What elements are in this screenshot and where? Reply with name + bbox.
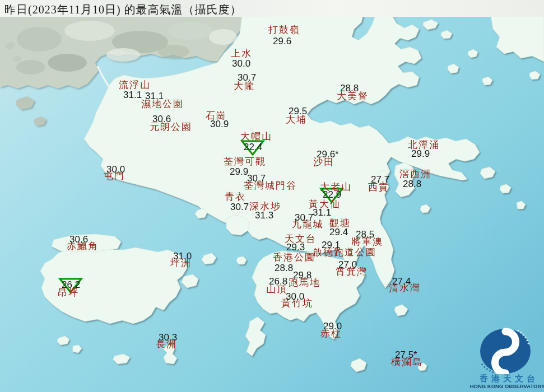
station-value: 28.8 xyxy=(340,83,359,93)
station-value: 31.1 xyxy=(123,90,142,100)
station-value: 28.8 xyxy=(403,179,421,189)
hko-logo-english-name: HONG KONG OBSERVATORY xyxy=(467,383,544,389)
station-value: 30.7 xyxy=(247,174,266,183)
station-value: 30.9 xyxy=(210,119,229,129)
station-value: 30.7 xyxy=(230,202,249,212)
station-value: 29.4 xyxy=(329,227,348,237)
station-value: 22.4 xyxy=(244,142,262,152)
station-value: 29.0 xyxy=(323,321,342,331)
station-value: 26.8 xyxy=(269,277,287,286)
station-value: 27.4 xyxy=(392,277,411,286)
station-value: 28.8 xyxy=(275,263,293,273)
station-name: 上水 xyxy=(231,49,252,59)
station-name: 青衣 xyxy=(225,192,246,202)
station-value: 29.8 xyxy=(293,270,311,280)
station-name: 打鼓嶺 xyxy=(268,25,300,35)
station-name: 滘西洲 xyxy=(399,169,431,179)
station-value: 29.9 xyxy=(411,149,430,158)
station-value: 29.6 xyxy=(273,36,291,46)
station-value: 31.0 xyxy=(173,251,192,261)
hko-logo: 香港天文台 HONG KONG OBSERVATORY xyxy=(471,320,544,392)
station-name: 流浮山 xyxy=(119,80,151,90)
station-value: 30.0 xyxy=(286,292,304,301)
station-value: 28.5 xyxy=(356,230,374,239)
station-value: 31.1 xyxy=(145,91,164,101)
hong-kong-basemap xyxy=(0,0,544,392)
station-value: 30.3 xyxy=(159,333,177,342)
station-value: 30.6 xyxy=(69,235,88,244)
station-value: 27.5* xyxy=(395,350,417,360)
station-value: 29.6* xyxy=(317,150,339,159)
title-bar: 昨日(2023年11月10日) 的最高氣溫（攝氏度） xyxy=(0,0,544,17)
hko-max-temperature-map: 昨日(2023年11月10日) 的最高氣溫（攝氏度） 打鼓嶺29.6上水30.0… xyxy=(0,0,544,392)
station-value: 29.1 xyxy=(322,240,340,250)
map-title: 昨日(2023年11月10日) 的最高氣溫（攝氏度） xyxy=(4,2,242,17)
station-value: 30.7 xyxy=(238,73,256,82)
station-value: 27.0 xyxy=(338,260,357,269)
station-value: 29.9 xyxy=(230,167,248,176)
station-value: 22.9 xyxy=(323,190,341,199)
station-value: 30.0 xyxy=(106,165,125,174)
station-name: 荃灣可觀 xyxy=(224,157,266,167)
station-value: 30.7 xyxy=(295,213,313,222)
station-value: 29.3 xyxy=(286,242,305,252)
station-name: 香港公園 xyxy=(273,253,315,263)
station-value: 31.1 xyxy=(313,208,331,217)
station-value: 29.5 xyxy=(289,106,307,116)
station-value: 31.3 xyxy=(255,211,273,220)
station-name: 大帽山 xyxy=(240,132,272,142)
station-value: 30.6 xyxy=(152,114,171,124)
station-value: 26.2 xyxy=(62,280,80,290)
hko-emblem-icon xyxy=(471,320,544,374)
station-value: 27.7 xyxy=(371,175,389,184)
station-value: 30.0 xyxy=(232,59,250,68)
